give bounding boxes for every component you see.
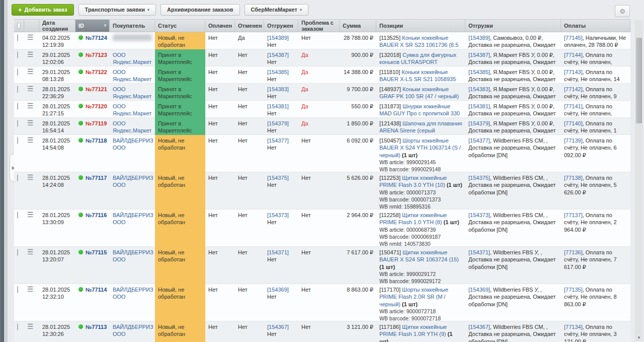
shipment-link[interactable]: [154367] bbox=[468, 324, 490, 330]
row-menu-icon[interactable]: ☰ bbox=[27, 119, 34, 127]
scrollbar-thumb[interactable] bbox=[636, 38, 642, 123]
order-id-link[interactable]: №77124 bbox=[86, 34, 107, 41]
payment-link[interactable]: [77137] bbox=[564, 212, 583, 218]
buyer-link[interactable]: ВАЙЛДБЕРРИЗ ООО bbox=[110, 210, 155, 247]
payment-link[interactable]: [77142] bbox=[564, 86, 583, 92]
buyer-link[interactable]: ООО Яндекс.Маркет FBS bbox=[110, 84, 155, 101]
row-checkbox[interactable] bbox=[17, 323, 18, 330]
payment-link[interactable]: [77145] bbox=[564, 35, 583, 41]
archive-orders-button[interactable]: Архивирование заказов bbox=[160, 4, 240, 16]
shipment-id-link[interactable]: [154373] bbox=[267, 212, 289, 218]
row-checkbox[interactable] bbox=[17, 120, 18, 127]
order-id-link[interactable]: №77123 bbox=[86, 51, 107, 58]
row-menu-icon[interactable]: ☰ bbox=[27, 248, 34, 256]
transport-requests-button[interactable]: Транспортные заявки ▾ bbox=[78, 4, 156, 16]
header-paid[interactable]: Оплачен bbox=[205, 20, 235, 32]
shipment-link[interactable]: [154371] bbox=[468, 249, 490, 255]
row-menu-icon[interactable]: ☰ bbox=[27, 33, 34, 41]
row-checkbox[interactable] bbox=[17, 286, 18, 293]
buyer-link[interactable]: ВАЙЛДБЕРРИЗ ООО bbox=[110, 284, 155, 321]
payment-link[interactable]: [77139] bbox=[564, 138, 583, 144]
row-menu-icon[interactable]: ☰ bbox=[27, 50, 34, 58]
shipment-id-link[interactable]: [154367] bbox=[267, 324, 289, 330]
order-id-link[interactable]: №77116 bbox=[86, 212, 107, 219]
payment-link[interactable]: [77143] bbox=[564, 69, 583, 75]
settings-button[interactable]: ⚙ bbox=[615, 5, 630, 17]
buyer-link[interactable]: ООО Яндекс.Маркет FBS bbox=[110, 49, 155, 66]
shipment-link[interactable]: [154381] bbox=[468, 103, 490, 109]
shipment-link[interactable]: [154373] bbox=[468, 212, 490, 218]
order-id-link[interactable]: №77117 bbox=[86, 174, 107, 181]
buyer-link[interactable]: ООО Яндекс.Маркет FBS bbox=[110, 101, 155, 118]
row-checkbox[interactable] bbox=[17, 103, 18, 110]
shipment-id-link[interactable]: [154381] bbox=[267, 103, 289, 109]
row-checkbox[interactable] bbox=[17, 137, 18, 144]
buyer-link[interactable] bbox=[110, 32, 155, 49]
payment-link[interactable]: [77135] bbox=[564, 287, 583, 293]
shipment-id-link[interactable]: [154369] bbox=[267, 287, 289, 293]
buyer-link[interactable]: ВАЙЛДБЕРРИЗ ООО bbox=[110, 247, 155, 284]
order-id-link[interactable]: №77118 bbox=[86, 137, 107, 144]
header-payments[interactable]: Оплаты bbox=[561, 20, 630, 32]
shipment-id-link[interactable]: [154375] bbox=[267, 175, 289, 181]
shipment-id-link[interactable]: [154385] bbox=[267, 69, 289, 75]
header-shipments[interactable]: Отгрузки bbox=[465, 20, 561, 32]
order-id-link[interactable]: №77114 bbox=[86, 286, 107, 293]
shipment-id-link[interactable]: [154371] bbox=[267, 249, 289, 255]
payment-link[interactable]: [77144] bbox=[564, 52, 583, 58]
shipment-link[interactable]: [154377] bbox=[468, 138, 490, 144]
row-checkbox[interactable] bbox=[17, 34, 18, 41]
shipment-id-link[interactable]: [154389] bbox=[267, 35, 289, 41]
shipment-link[interactable]: [154387] bbox=[468, 52, 490, 58]
scrollbar-down-arrow[interactable]: ▾ bbox=[635, 335, 643, 340]
row-menu-icon[interactable]: ☰ bbox=[27, 85, 34, 93]
row-menu-icon[interactable]: ☰ bbox=[27, 322, 34, 330]
shipment-id-link[interactable]: [154379] bbox=[267, 120, 289, 126]
order-id-link[interactable]: №77122 bbox=[86, 69, 107, 76]
sbermegamarket-button[interactable]: СберМегаМаркет ▾ bbox=[245, 4, 308, 16]
buyer-link[interactable]: ООО Яндекс.Маркет FBS bbox=[110, 66, 155, 84]
shipment-link[interactable]: [154379] bbox=[468, 120, 490, 126]
shipment-link[interactable]: [154369] bbox=[468, 287, 490, 293]
header-date[interactable]: Дата создания bbox=[39, 20, 75, 32]
header-positions[interactable]: Позиции bbox=[376, 20, 465, 32]
payment-link[interactable]: [77140] bbox=[564, 120, 583, 126]
select-all-checkbox[interactable] bbox=[17, 23, 21, 29]
order-id-link[interactable]: №77120 bbox=[86, 103, 107, 110]
row-menu-icon[interactable]: ☰ bbox=[27, 67, 34, 76]
payment-link[interactable]: [77138] bbox=[564, 175, 583, 181]
order-id-link[interactable]: №77115 bbox=[86, 249, 107, 256]
row-menu-icon[interactable]: ☰ bbox=[27, 102, 34, 110]
shipment-id-link[interactable]: [154383] bbox=[267, 86, 289, 92]
header-shipped[interactable]: Отгружен bbox=[264, 20, 298, 32]
vertical-scrollbar[interactable]: ▾ bbox=[635, 20, 643, 341]
header-buyer[interactable]: Покупатель bbox=[110, 20, 155, 32]
order-id-link[interactable]: №77121 bbox=[86, 86, 107, 93]
row-menu-icon[interactable]: ☰ bbox=[27, 136, 34, 144]
row-checkbox[interactable] bbox=[17, 51, 18, 58]
shipment-id-link[interactable]: [154377] bbox=[267, 138, 289, 144]
payment-link[interactable]: [77136] bbox=[564, 249, 583, 255]
order-id-link[interactable]: №77113 bbox=[86, 323, 107, 330]
buyer-link[interactable]: ВАЙЛДБЕРРИЗ ООО bbox=[110, 135, 155, 172]
row-checkbox[interactable] bbox=[17, 249, 18, 256]
header-sum[interactable]: Сумма bbox=[340, 20, 376, 32]
payment-link[interactable]: [77134] bbox=[564, 324, 583, 330]
shipment-link[interactable]: [154389] bbox=[468, 35, 490, 41]
header-id-sorted[interactable]: ID ▾ bbox=[75, 20, 110, 32]
row-checkbox[interactable] bbox=[17, 212, 18, 219]
row-checkbox[interactable] bbox=[17, 86, 18, 93]
payment-link[interactable]: [77141] bbox=[564, 103, 583, 109]
header-status[interactable]: Статус bbox=[155, 20, 205, 32]
row-checkbox[interactable] bbox=[17, 69, 18, 76]
shipment-id-link[interactable]: [154387] bbox=[267, 52, 289, 58]
buyer-link[interactable]: ВАЙЛДБЕРРИЗ ООО bbox=[110, 321, 155, 342]
buyer-link[interactable]: ООО Яндекс.Маркет FBS bbox=[110, 118, 155, 135]
row-menu-icon[interactable]: ☰ bbox=[27, 173, 34, 181]
buyer-link[interactable]: ВАЙЛДБЕРРИЗ ООО bbox=[110, 172, 155, 210]
row-menu-icon[interactable]: ☰ bbox=[27, 211, 34, 219]
header-cancelled[interactable]: Отменен bbox=[235, 20, 264, 32]
row-checkbox[interactable] bbox=[17, 174, 18, 181]
shipment-link[interactable]: [154385] bbox=[468, 69, 490, 75]
shipment-link[interactable]: [154383] bbox=[468, 86, 490, 92]
